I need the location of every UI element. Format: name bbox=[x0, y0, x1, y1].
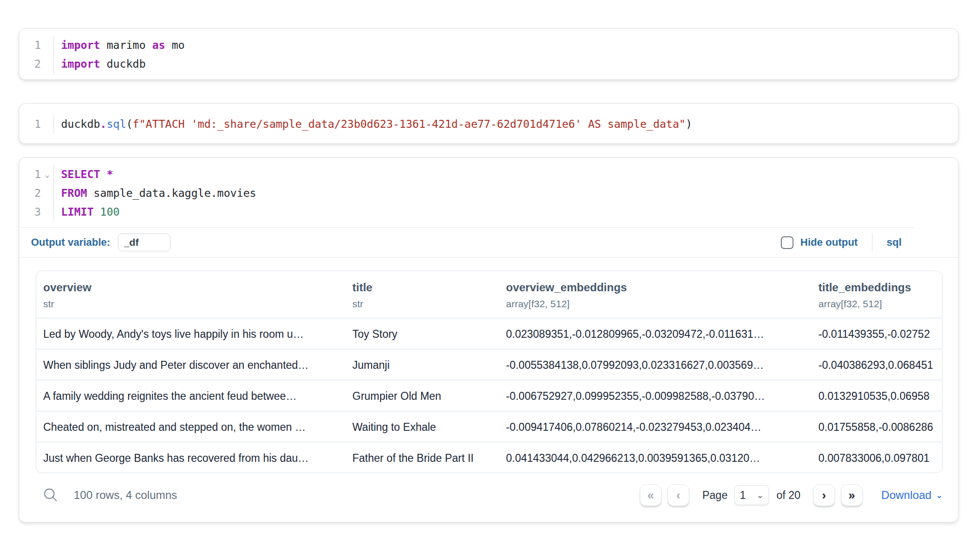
page-select-value: 1 bbox=[740, 489, 746, 502]
table-cell: -0.009417406,0.07860214,-0.023279453,0.0… bbox=[506, 411, 818, 442]
table-cell: Cheated on, mistreated and stepped on, t… bbox=[36, 411, 352, 442]
result-table: overviewstrtitlestroverview_embeddingsar… bbox=[36, 271, 942, 473]
fold-placeholder bbox=[41, 115, 54, 133]
table-header-row: overviewstrtitlestroverview_embeddingsar… bbox=[36, 271, 942, 318]
sql-cell: 123⌄SELECT *FROM sample_data.kaggle.movi… bbox=[19, 157, 958, 522]
code-token: f"ATTACH 'md:_share/sample_data/23b0d623… bbox=[132, 118, 685, 130]
language-badge[interactable]: sql bbox=[887, 236, 902, 249]
fold-gutter: ⌄ bbox=[41, 165, 54, 221]
table-cell: -0.040386293,0.068451 bbox=[818, 349, 942, 380]
column-type: array[f32, 512] bbox=[818, 298, 942, 310]
code-token: LIMIT bbox=[61, 206, 93, 218]
search-icon[interactable] bbox=[43, 487, 59, 503]
output-bar: Output variable: Hide output sql bbox=[19, 228, 958, 257]
table-wrap: overviewstrtitlestroverview_embeddingsar… bbox=[19, 257, 958, 473]
column-header[interactable]: titlestr bbox=[352, 271, 506, 318]
line-number: 1 bbox=[19, 115, 41, 133]
last-page-button[interactable]: » bbox=[841, 484, 863, 506]
code-cell-attach: 1duckdb.sql(f"ATTACH 'md:_share/sample_d… bbox=[19, 103, 958, 144]
code-fold-icon[interactable]: ⌄ bbox=[41, 165, 54, 184]
code-token: SELECT bbox=[61, 168, 100, 180]
code-token: sql bbox=[107, 118, 126, 130]
first-page-button[interactable]: « bbox=[640, 484, 661, 506]
code-lines: import marimo as moimport duckdb bbox=[54, 36, 958, 73]
code-token: mo bbox=[165, 39, 185, 51]
hide-output-label[interactable]: Hide output bbox=[801, 236, 858, 249]
column-type: str bbox=[43, 298, 352, 310]
code-editor[interactable]: 1duckdb.sql(f"ATTACH 'md:_share/sample_d… bbox=[19, 104, 958, 143]
table-cell: -0.0055384138,0.07992093,0.023316627,0.0… bbox=[506, 349, 818, 380]
chevron-down-icon: ⌄ bbox=[936, 491, 942, 500]
output-variable-input[interactable] bbox=[118, 233, 171, 251]
column-name: overview_embeddings bbox=[506, 281, 818, 294]
row-count-summary: 100 rows, 4 columns bbox=[74, 489, 177, 502]
line-number: 2 bbox=[19, 184, 41, 202]
first-page-icon: « bbox=[647, 489, 654, 502]
table-row: A family wedding reignites the ancient f… bbox=[36, 380, 942, 411]
table-cell: 0.0132910535,0.06958 bbox=[818, 380, 942, 411]
column-name: title_embeddings bbox=[818, 281, 942, 294]
previous-page-button[interactable]: ‹ bbox=[668, 484, 689, 506]
table-cell: -0.006752927,0.099952355,-0.009982588,-0… bbox=[506, 380, 818, 411]
page-label: Page bbox=[702, 489, 728, 502]
previous-page-icon: ‹ bbox=[677, 489, 680, 502]
download-label: Download bbox=[881, 489, 932, 502]
next-page-icon: › bbox=[822, 489, 826, 502]
table-row: Cheated on, mistreated and stepped on, t… bbox=[36, 411, 942, 442]
notebook: 12import marimo as moimport duckdb 1duck… bbox=[0, 0, 958, 522]
table-row: Just when George Banks has recovered fro… bbox=[36, 442, 942, 473]
code-editor[interactable]: 12import marimo as moimport duckdb bbox=[19, 29, 958, 79]
page-select[interactable]: 1 ⌄ bbox=[734, 485, 769, 505]
fold-placeholder bbox=[41, 54, 54, 73]
code-token: duckdb bbox=[61, 118, 100, 130]
code-token: duckdb bbox=[100, 58, 146, 70]
hide-output-checkbox[interactable] bbox=[781, 236, 793, 249]
code-line: SELECT * bbox=[61, 165, 958, 184]
chevron-down-icon: ⌄ bbox=[757, 491, 763, 500]
code-token: ( bbox=[126, 118, 133, 130]
code-line: LIMIT 100 bbox=[61, 202, 958, 221]
last-page-icon: » bbox=[848, 489, 855, 502]
table-cell: Jumanji bbox=[352, 349, 506, 380]
code-token bbox=[100, 168, 107, 180]
code-token: as bbox=[152, 39, 165, 51]
fold-placeholder bbox=[41, 36, 54, 54]
table-cell: 0.007833006,0.097801 bbox=[818, 442, 942, 473]
line-number: 2 bbox=[19, 54, 41, 73]
line-number-gutter: 12 bbox=[19, 36, 41, 73]
code-token: marimo bbox=[100, 39, 152, 51]
code-line: duckdb.sql(f"ATTACH 'md:_share/sample_da… bbox=[61, 115, 958, 133]
column-header[interactable]: overviewstr bbox=[36, 271, 352, 318]
code-token: . bbox=[100, 118, 107, 130]
line-number: 1 bbox=[19, 36, 41, 54]
table-body: Led by Woody, Andy's toys live happily i… bbox=[36, 318, 942, 473]
code-token: ) bbox=[685, 118, 692, 130]
table-cell: Led by Woody, Andy's toys live happily i… bbox=[36, 318, 352, 349]
fold-gutter bbox=[41, 115, 54, 133]
column-name: title bbox=[352, 281, 506, 294]
code-token: import bbox=[61, 39, 100, 51]
line-number-gutter: 123 bbox=[19, 165, 41, 221]
code-token: sample_data.kaggle.movies bbox=[87, 187, 256, 199]
code-cell-imports: 12import marimo as moimport duckdb bbox=[19, 28, 958, 80]
table-cell: Toy Story bbox=[352, 318, 506, 349]
code-line: import duckdb bbox=[61, 54, 958, 73]
page-total-label: of 20 bbox=[777, 489, 801, 502]
table-cell: Grumpier Old Men bbox=[352, 380, 506, 411]
column-header[interactable]: overview_embeddingsarray[f32, 512] bbox=[506, 271, 818, 318]
next-page-button[interactable]: › bbox=[813, 484, 835, 506]
fold-placeholder bbox=[41, 202, 54, 221]
table-footer: 100 rows, 4 columns « ‹ Page 1 ⌄ of 20 ›… bbox=[19, 473, 958, 522]
download-button[interactable]: Download ⌄ bbox=[881, 489, 942, 502]
code-line: import marimo as mo bbox=[61, 36, 958, 54]
table-row: Led by Woody, Andy's toys live happily i… bbox=[36, 318, 942, 349]
code-token: FROM bbox=[61, 187, 87, 199]
code-token: import bbox=[61, 58, 100, 70]
table-cell: Father of the Bride Part II bbox=[352, 442, 506, 473]
column-header[interactable]: title_embeddingsarray[f32, 512] bbox=[818, 271, 942, 318]
code-token: * bbox=[107, 168, 113, 180]
table-cell: 0.041433044,0.042966213,0.0039591365,0.0… bbox=[506, 442, 818, 473]
table-cell: A family wedding reignites the ancient f… bbox=[36, 380, 352, 411]
table-cell: 0.01755858,-0.0086286 bbox=[818, 411, 942, 442]
code-editor[interactable]: 123⌄SELECT *FROM sample_data.kaggle.movi… bbox=[19, 158, 958, 227]
